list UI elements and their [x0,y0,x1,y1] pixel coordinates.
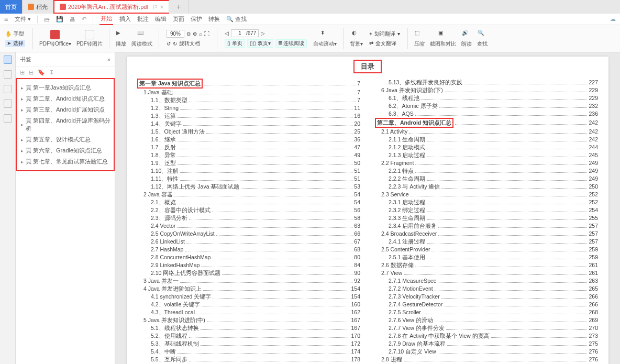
sidestrip-comment-icon[interactable] [4,85,12,93]
page-next-icon[interactable]: ▷ [261,30,265,36]
print-icon[interactable]: 🖶 [70,16,75,23]
bm-tool-collapse-icon[interactable]: ⊟ [29,69,34,76]
toc-line[interactable]: 3 Java 并发一92 [137,277,360,285]
tab-close-button[interactable]: × [160,4,163,10]
rotate-right-icon[interactable]: ↻ [173,41,177,47]
tab-document[interactable]: 2020年腾讯An...面试题解析.pdf ⚐ × [53,0,169,14]
toc-line[interactable]: 2.4 BroadcastReceiver257 [375,230,598,238]
toc-line[interactable]: 1.6、继承36 [137,136,360,144]
bm-tool-more-icon[interactable]: ↧ [49,69,54,76]
menu-file[interactable]: 文件 ▾ [15,15,31,23]
sidestrip-sign-icon[interactable] [4,114,12,123]
sidestrip-bookmark-icon[interactable] [4,56,12,64]
sidestrip-attach-icon[interactable] [4,100,12,108]
rotate-left-icon[interactable]: ↺ [167,41,171,47]
toc-line[interactable]: 2.9 LinkedHashMap84 [137,261,360,269]
tab-new-button[interactable]: + [169,0,189,14]
toc-line[interactable]: 1.10、注解51 [137,167,360,175]
toc-line[interactable]: 5.4、中断174 [137,348,360,356]
toc-line[interactable]: 4 Java 并发进阶知识上154 [137,285,360,293]
toc-line[interactable]: 6.1、线程池229 [375,94,598,102]
menu-start[interactable]: 开始 [99,13,113,25]
menu-annotate[interactable]: 批注 [137,15,149,23]
zoom-in-icon[interactable]: ⊕ [193,31,197,37]
toc-line[interactable]: 第一章 Java 知识点汇总7 [137,79,360,89]
btn-autoscroll[interactable]: ⬍自动滚动▾ [312,30,338,48]
toc-line[interactable]: 2.2.3 与 Activity 通信250 [375,183,598,191]
toc-line[interactable]: 第二章、Android 知识点汇总242 [375,118,598,128]
toc-line[interactable]: 1.9、泛型50 [137,159,360,167]
toc-line[interactable]: 6.3、AQS236 [375,110,598,118]
open-icon[interactable]: 🗁 [44,16,50,23]
btn-screenshot[interactable]: ▣截图和对比 [429,30,457,48]
tool-hand[interactable]: ✋手型 [5,30,25,38]
toc-line[interactable]: 2.3.3 生命周期255 [375,214,598,222]
btn-doublepage[interactable]: ▯▯ 双页▾ [247,39,273,48]
toc-line[interactable]: 2.7.6 View 的滑动269 [375,316,598,324]
toc-line[interactable]: 2.7.4 GestureDetector266 [375,301,598,308]
toc-line[interactable]: 2.3.1 启动过程252 [375,198,598,206]
toc-line[interactable]: 1.8、异常49 [137,151,360,159]
btn-pdf2office[interactable]: PDF转Office▾ [38,30,72,48]
toc-line[interactable]: 4.3、ThreadLocal162 [137,308,360,316]
btn-singlepage[interactable]: ▯ 单页 [225,39,245,48]
toc-line[interactable]: 2.7.10 自定义 View276 [375,348,598,356]
tab-doc-pin-icon[interactable]: ⚐ [152,4,158,10]
toc-line[interactable]: 6.2、Atomic 原子类232 [375,102,598,110]
bookmark-item[interactable]: ▸頁 第五章、设计模式汇总 [20,134,112,145]
bm-tool-add-icon[interactable]: 🔖 [38,69,45,76]
pdf-viewer[interactable]: 目录 第一章 Java 知识点汇总71.Java 基础71.1、数据类型71.2… [115,52,620,364]
toc-line[interactable]: 1.11、特性51 [137,175,360,183]
page-prev-icon[interactable]: ◁ [225,30,229,36]
toc-line[interactable]: 5.2、使用线程170 [137,332,360,340]
toc-line[interactable]: 2.3 Service252 [375,191,598,198]
toc-line[interactable]: 2.8 ConcurrentHashMap80 [137,253,360,261]
toc-line[interactable]: 1.12、网络上优秀 Java 基础面试题53 [137,183,360,191]
toc-line[interactable]: 2.2 Fragment249 [375,159,598,167]
toc-line[interactable]: 1.4、关键字20 [137,120,360,128]
menu-find[interactable]: 🔍 查找 [226,15,247,23]
toc-line[interactable]: 2.5.1 基本使用259 [375,253,598,261]
toc-line[interactable]: 1.Java 基础7 [137,89,360,96]
zoom-value[interactable]: 90% [167,30,184,38]
toc-line[interactable]: 2.7 HashMap68 [137,246,360,253]
toc-line[interactable]: 2.7.7 View 的事件分发270 [375,324,598,332]
toc-line[interactable]: 4.2、volatile 关键字160 [137,301,360,308]
undo-icon[interactable]: ↶ [82,16,86,23]
toc-line[interactable]: 2.2.2 生命周期249 [375,175,598,183]
toc-line[interactable]: 2.3、源码分析58 [137,214,360,222]
toc-line[interactable]: 2.7 View261 [375,269,598,277]
toc-line[interactable]: 2 Java 容器54 [137,191,360,198]
toc-line[interactable]: 2.3.2 绑定过程254 [375,206,598,214]
bookmark-close-button[interactable]: × [107,57,110,63]
btn-pdf2pic[interactable]: PDF转图片 [75,30,104,48]
toc-line[interactable]: 5.3、基础线程机制172 [137,340,360,348]
bookmark-item[interactable]: ▸頁 第一章Java知识点汇总 [20,82,112,93]
btn-read[interactable]: 🔊朗读 [460,30,473,48]
toc-line[interactable]: 2.1.1 生命周期242 [375,136,598,144]
menu-convert[interactable]: 转换 [208,15,220,23]
toc-line[interactable]: 2.4.1 注册过程257 [375,238,598,246]
zoom-full-icon[interactable]: ⛶ [204,31,209,37]
tool-select[interactable]: ➤选择 [5,40,25,47]
toc-line[interactable]: 2.5 ContentProvider259 [375,246,598,253]
toc-line[interactable]: 2.7.1 MeasureSpec263 [375,277,598,285]
page-current-input[interactable] [234,30,246,36]
btn-play[interactable]: ▶播放 [115,30,127,48]
toc-line[interactable]: 2.6 LinkedList67 [137,238,360,246]
toc-line[interactable]: 2.2.1 特点249 [375,167,598,175]
sidestrip-thumb-icon[interactable] [4,70,12,79]
btn-fulltrans[interactable]: ⇄全文翻译 [369,40,400,47]
toc-line[interactable]: 2.7.8 在 Activity 中获取某个 View 的宽高273 [375,332,598,340]
toc-line[interactable]: 2.6 数据存储261 [375,261,598,269]
hamburger-icon[interactable]: ≡ [4,15,8,23]
menu-protect[interactable]: 保护 [191,15,202,23]
toc-line[interactable]: 1.2、String11 [137,104,360,112]
toc-line[interactable]: 2.1.2 启动模式244 [375,144,598,151]
toc-line[interactable]: 2.4 Vector63 [137,222,360,230]
bookmark-item[interactable]: ▸頁 第六章、Gradle知识点汇总 [20,145,112,156]
toc-line[interactable]: 2.3.4 启用前台服务257 [375,222,598,230]
bm-tool-expand-icon[interactable]: ⊞ [20,69,25,76]
btn-compress[interactable]: ⬚压缩 [413,30,426,48]
toc-line[interactable]: 2.7.3 VelocityTracker266 [375,293,598,301]
